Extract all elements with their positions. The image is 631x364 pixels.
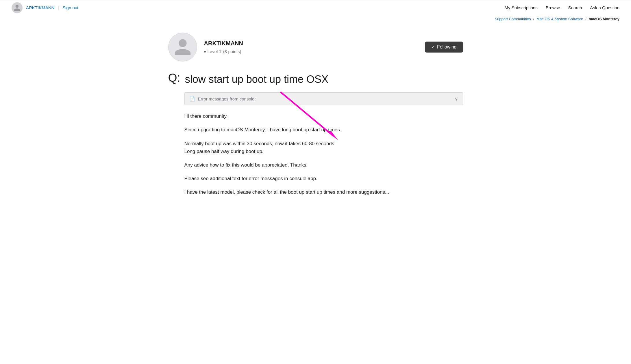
- post-paragraph-2: Since upgrading to macOS Monterey, I hav…: [184, 126, 463, 134]
- collapsible-left: 📄 Error messages from console:: [189, 96, 256, 102]
- profile-section: ARKTIKMANN Level 1 (8 points) ✓ Followin…: [168, 33, 463, 61]
- user-avatar-small: [12, 2, 23, 13]
- question-title: slow start up boot up time OSX: [185, 73, 328, 85]
- main-content: ARKTIKMANN Level 1 (8 points) ✓ Followin…: [157, 24, 475, 222]
- browse-link[interactable]: Browse: [546, 5, 560, 10]
- breadcrumb: Support Communities / Mac OS & System So…: [0, 15, 631, 24]
- chevron-down-icon: ∨: [455, 96, 458, 102]
- profile-left: ARKTIKMANN Level 1 (8 points): [168, 33, 243, 61]
- post-paragraph-5: Please see additional text for error mes…: [184, 175, 463, 182]
- breadcrumb-sep-2: /: [585, 17, 586, 21]
- question-section: Q: slow start up boot up time OSX 📄: [168, 73, 463, 196]
- my-subscriptions-link[interactable]: My Subscriptions: [505, 5, 538, 10]
- search-link[interactable]: Search: [568, 5, 582, 10]
- user-avatar-large: [168, 33, 197, 61]
- breadcrumb-mac-os[interactable]: Mac OS & System Software: [536, 17, 583, 21]
- username-link[interactable]: ARKTIKMANN: [26, 5, 54, 10]
- breadcrumb-sep-1: /: [533, 17, 534, 21]
- top-nav-left: ARKTIKMANN | Sign out: [12, 2, 78, 13]
- collapsible-label: Error messages from console:: [198, 96, 256, 101]
- following-label: Following: [437, 44, 457, 50]
- level-text: Level 1: [208, 49, 221, 54]
- breadcrumb-support-communities[interactable]: Support Communities: [495, 17, 531, 21]
- post-paragraph-3: Normally boot up was within 30 seconds, …: [184, 140, 463, 155]
- doc-icon: 📄: [189, 96, 195, 102]
- ask-question-link[interactable]: Ask a Question: [590, 5, 619, 10]
- post-paragraph-6: I have the latest model, please check fo…: [184, 188, 463, 196]
- check-icon: ✓: [431, 45, 435, 49]
- nav-divider: |: [58, 5, 59, 10]
- collapsible-box[interactable]: 📄 Error messages from console: ∨: [184, 92, 463, 105]
- breadcrumb-current: macOS Monterey: [589, 17, 619, 21]
- q-label: Q:: [168, 72, 180, 83]
- profile-name: ARKTIKMANN: [204, 40, 243, 47]
- level-dot: [204, 51, 206, 53]
- post-paragraph-4: Any advice how to fix this would be appr…: [184, 161, 463, 169]
- question-label-row: Q: slow start up boot up time OSX: [168, 73, 463, 85]
- signout-link[interactable]: Sign out: [62, 5, 78, 10]
- points-text: (8 points): [223, 49, 241, 54]
- profile-level: Level 1 (8 points): [204, 49, 243, 54]
- top-nav-right: My Subscriptions Browse Search Ask a Que…: [505, 5, 620, 10]
- top-nav: ARKTIKMANN | Sign out My Subscriptions B…: [0, 0, 631, 15]
- following-button[interactable]: ✓ Following: [425, 42, 463, 53]
- post-paragraph-1: Hi there community,: [184, 112, 463, 120]
- profile-info: ARKTIKMANN Level 1 (8 points): [204, 40, 243, 54]
- post-content: Hi there community, Since upgrading to m…: [184, 112, 463, 196]
